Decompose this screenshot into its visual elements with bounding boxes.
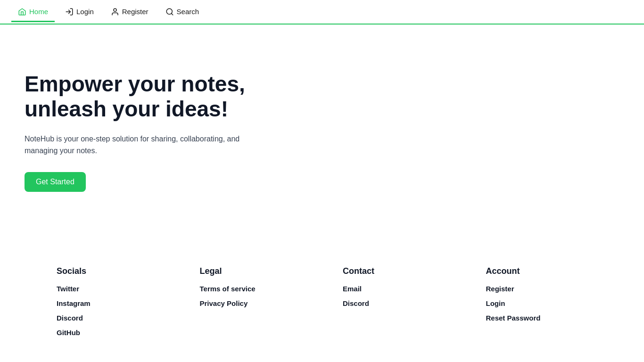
- main-content: Empower your notes, unleash your ideas! …: [0, 25, 644, 220]
- nav-login[interactable]: Login: [58, 3, 100, 22]
- footer-link-instagram[interactable]: Instagram: [57, 299, 181, 307]
- footer-link-discord-contact[interactable]: Discord: [343, 299, 467, 307]
- svg-point-1: [114, 8, 116, 11]
- nav-register-label: Register: [122, 8, 149, 16]
- footer-contact-title: Contact: [343, 266, 467, 276]
- footer-link-reset-password[interactable]: Reset Password: [486, 314, 611, 322]
- search-icon: [165, 8, 174, 16]
- navbar: Home Login Register Search: [0, 0, 644, 25]
- footer-link-register[interactable]: Register: [486, 285, 611, 293]
- nav-search[interactable]: Search: [159, 3, 206, 22]
- footer-link-login[interactable]: Login: [486, 299, 611, 307]
- svg-line-3: [171, 13, 173, 15]
- footer-link-tos[interactable]: Terms of service: [200, 285, 324, 293]
- footer-link-privacy[interactable]: Privacy Policy: [200, 299, 324, 307]
- footer: Socials Twitter Instagram Discord GitHub…: [0, 247, 644, 362]
- footer-socials: Socials Twitter Instagram Discord GitHub: [47, 266, 190, 343]
- footer-legal: Legal Terms of service Privacy Policy: [190, 266, 334, 343]
- footer-link-github[interactable]: GitHub: [57, 329, 181, 337]
- footer-account: Account Register Login Reset Password: [477, 266, 620, 343]
- get-started-button[interactable]: Get Started: [25, 172, 86, 192]
- nav-home[interactable]: Home: [11, 3, 55, 22]
- footer-link-discord-social[interactable]: Discord: [57, 314, 181, 322]
- hero-title: Empower your notes, unleash your ideas!: [25, 72, 258, 122]
- login-icon: [65, 8, 74, 16]
- footer-legal-title: Legal: [200, 266, 324, 276]
- footer-link-twitter[interactable]: Twitter: [57, 285, 181, 293]
- footer-contact: Contact Email Discord: [333, 266, 477, 343]
- nav-register[interactable]: Register: [104, 3, 155, 22]
- hero-description: NoteHub is your one-step solution for sh…: [25, 133, 241, 157]
- register-icon: [111, 8, 119, 16]
- nav-login-label: Login: [76, 8, 94, 16]
- nav-home-label: Home: [29, 8, 48, 16]
- footer-link-email[interactable]: Email: [343, 285, 467, 293]
- footer-account-title: Account: [486, 266, 611, 276]
- nav-search-label: Search: [177, 8, 199, 16]
- footer-socials-title: Socials: [57, 266, 181, 276]
- home-icon: [18, 8, 26, 16]
